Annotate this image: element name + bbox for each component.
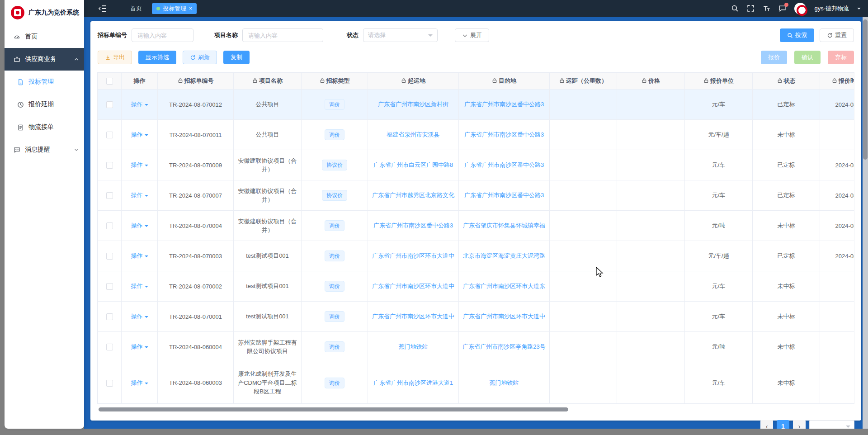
origin-link[interactable]: 广东省广州市越秀区北京路文化 [372,192,454,199]
next-page-button[interactable]: › [793,420,806,429]
origin-link[interactable]: 广东省广州市南沙区环市大道中 [372,313,454,320]
sidebar-item-home[interactable]: 首页 [5,25,84,48]
abandon-bid-button[interactable]: 弃标 [828,51,854,64]
page-1-button[interactable]: 1 [777,420,789,429]
font-size-icon[interactable] [763,5,770,12]
search-button[interactable]: 搜索 [780,28,814,42]
tab-home[interactable]: 首页 [127,3,146,14]
sidebar-item-supplier-business[interactable]: 供应商业务 [5,48,84,71]
project-name-input[interactable] [242,28,323,42]
row-checkbox[interactable] [106,313,113,320]
row-checkbox[interactable] [106,132,113,138]
row-checkbox[interactable] [106,192,113,199]
destination-link[interactable]: 广东省广州市南沙区环市大道东 [463,283,545,289]
origin-link[interactable]: 广东省广州市南沙区环市大道中 [372,252,454,259]
row-operation-dropdown[interactable]: 操作 [131,192,148,199]
horizontal-scrollbar[interactable] [97,407,854,412]
search-icon[interactable] [731,5,739,12]
row-operation-dropdown[interactable]: 操作 [131,313,148,320]
confirm-button[interactable]: 确认 [794,51,821,64]
row-checkbox[interactable] [106,162,113,169]
row-checkbox[interactable] [106,380,113,387]
row-operation-dropdown[interactable]: 操作 [131,252,148,259]
destination-link[interactable]: 广东省广州市南沙区亭角路23号 [462,343,545,350]
column-header-bid-type[interactable]: 招标类型 [302,73,368,90]
vertical-scrollbar[interactable] [863,17,868,429]
destination-link[interactable]: 广东省广州市南沙区番中公路3 [464,192,544,199]
origin-link[interactable]: 广东省广州市南沙区新村街 [378,101,448,108]
quote-button[interactable]: 报价 [761,51,787,64]
column-header-project[interactable]: 项目名称 [234,73,302,90]
table-row[interactable]: 操作TR-2024-08-070002test测试项目001询价广东省广州市南沙… [98,271,855,302]
origin-link[interactable]: 广东省广州市南沙区环市大道中 [372,283,454,289]
table-row[interactable]: 操作TR-2024-08-070004安徽建联协议项目（合并）询价广东省广州市南… [98,211,855,241]
origin-link[interactable]: 广东省广州市南沙区番中公路3 [373,222,453,229]
row-checkbox[interactable] [106,344,113,350]
origin-link[interactable]: 广东省广州市南沙区进港大道1 [373,379,453,386]
tab-close-icon[interactable]: × [189,6,192,11]
sidebar-item-messages[interactable]: 消息提醒 [5,138,84,161]
sidebar-item-logistics-orders[interactable]: 物流接单 [5,116,84,138]
avatar[interactable] [794,3,806,14]
sidebar-item-bid-management[interactable]: 投标管理 [5,71,84,93]
row-checkbox[interactable] [106,101,113,108]
destination-link[interactable]: 北京市海淀区海淀黄庄大泥湾路 [463,252,545,259]
user-name[interactable]: gys-德邦物流 [814,5,849,13]
tab-bid-management[interactable]: 投标管理 × [152,3,197,14]
column-header-status[interactable]: 状态 [753,73,820,90]
row-operation-dropdown[interactable]: 操作 [131,131,148,138]
copy-button[interactable]: 复制 [223,51,250,64]
table-row[interactable]: 操作TR-2024-08-060003康龙化成制剂开发及生产CDMO平台项目二标… [98,362,855,404]
row-operation-dropdown[interactable]: 操作 [131,101,148,108]
row-operation-dropdown[interactable]: 操作 [131,222,148,229]
table-row[interactable]: 操作TR-2024-08-070011公共项目询价福建省泉州市安溪县广东省广州市… [98,120,855,150]
refresh-button[interactable]: 刷新 [183,51,217,64]
row-checkbox[interactable] [106,222,113,229]
sidebar-collapse-icon[interactable] [99,5,107,12]
table-row[interactable]: 操作TR-2024-08-070001test测试项目001询价广东省广州市南沙… [98,302,855,332]
column-header-destination[interactable]: 目的地 [459,73,550,90]
show-filter-button[interactable]: 显示筛选 [138,51,176,64]
destination-link[interactable]: 广东省广州市南沙区番中公路3 [464,101,544,108]
column-header-origin[interactable]: 起运地 [368,73,459,90]
row-checkbox[interactable] [106,283,113,290]
column-header-price[interactable]: 价格 [617,73,685,90]
destination-link[interactable]: 蕉门地铁站 [490,379,519,386]
table-row[interactable]: 操作TR-2024-08-070007安徽建联协议项目（合并）协议价广东省广州市… [98,180,855,211]
horizontal-scrollbar-thumb[interactable] [99,407,568,411]
expand-button[interactable]: 展开 [455,28,489,42]
row-operation-dropdown[interactable]: 操作 [131,343,148,350]
destination-link[interactable]: 广东省广州市南沙区番中公路3 [464,161,544,168]
origin-link[interactable]: 蕉门地铁站 [399,343,428,350]
column-header-order-no[interactable]: 招标单编号 [158,73,234,90]
column-header-quote-unit[interactable]: 报价单位 [685,73,753,90]
row-checkbox[interactable] [106,253,113,260]
table-row[interactable]: 操作TR-2024-08-070012公共项目询价广东省广州市南沙区新村街广东省… [98,90,855,120]
bid-no-input[interactable] [132,28,193,42]
destination-link[interactable]: 广东省广州市南沙区番中公路3 [464,131,544,138]
sidebar-item-quote-extension[interactable]: 报价延期 [5,93,84,116]
table-row[interactable]: 操作TR-2024-08-070003test测试项目001询价广东省广州市南沙… [98,241,855,271]
column-header-distance[interactable]: 运距（公里数） [550,73,617,90]
table-row[interactable]: 操作TR-2024-08-060004苏州安踏脚手架工程有限公司协议项目询价蕉门… [98,332,855,362]
status-select[interactable]: 请选择 [363,28,438,42]
reset-button[interactable]: 重置 [820,28,854,42]
prev-page-button[interactable]: ‹ [760,420,773,429]
destination-link[interactable]: 广东省广州市南沙区环市大道中 [463,313,545,320]
origin-link[interactable]: 广东省广州市白云区广园中路8 [373,161,453,168]
column-header-quote-time[interactable]: 报价时间 [820,73,855,90]
row-operation-dropdown[interactable]: 操作 [131,379,148,386]
user-menu-chevron-icon[interactable] [857,8,861,11]
destination-link[interactable]: 广东省肇庆市怀集县怀城镇幸福 [463,222,545,229]
export-button[interactable]: 导出 [98,51,132,64]
vertical-scrollbar-thumb[interactable] [863,19,868,160]
row-operation-dropdown[interactable]: 操作 [131,161,148,168]
row-operation-dropdown[interactable]: 操作 [131,283,148,289]
select-all-checkbox[interactable] [106,78,113,85]
column-header-operation[interactable]: 操作 [122,73,158,90]
origin-link[interactable]: 福建省泉州市安溪县 [387,131,440,138]
notifications-icon[interactable] [778,5,786,12]
fullscreen-icon[interactable] [747,5,755,12]
table-row[interactable]: 操作TR-2024-08-070009安徽建联协议项目（合并）协议价广东省广州市… [98,150,855,180]
page-size-select[interactable] [809,420,854,429]
